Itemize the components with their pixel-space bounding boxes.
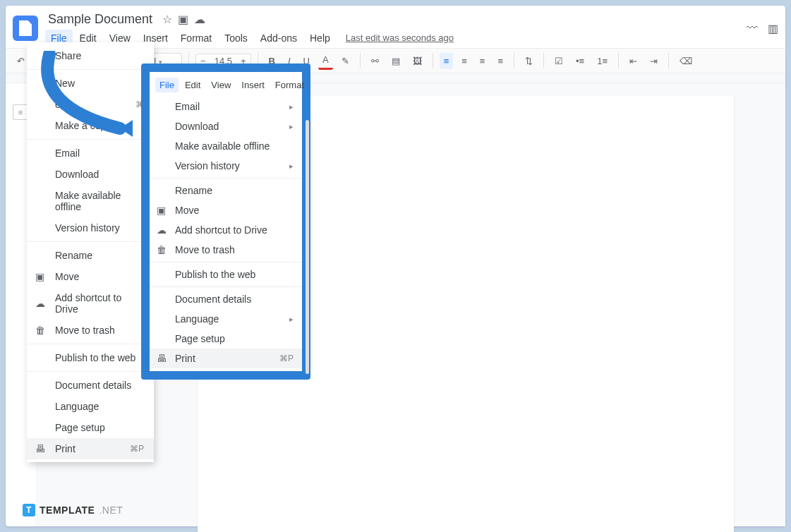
details-item[interactable]: Document details: [27, 375, 154, 396]
menu-format[interactable]: Format: [175, 30, 217, 47]
c-shortcut-item[interactable]: ☁Add shortcut to Drive: [150, 220, 302, 240]
image-button[interactable]: 🖼: [409, 53, 426, 69]
comment-button[interactable]: ▤: [387, 53, 404, 69]
c-email-item[interactable]: Email▸: [150, 97, 302, 116]
watermark-suffix: .NET: [99, 504, 123, 516]
line-spacing-button[interactable]: ⇅: [521, 53, 537, 69]
c-page-setup-item[interactable]: Page setup: [150, 329, 302, 349]
numbered-list-button[interactable]: 1≡: [593, 53, 612, 69]
clear-format-button[interactable]: ⌫: [675, 53, 696, 69]
cloud-icon[interactable]: ☁: [194, 13, 205, 26]
folder-icon: ▣: [35, 271, 44, 282]
print-icon: 🖶: [35, 443, 45, 454]
publish-item[interactable]: Publish to the web: [27, 347, 154, 368]
c-details-item[interactable]: Document details: [150, 289, 302, 309]
print-item[interactable]: 🖶Print⌘P: [27, 438, 154, 459]
separator: [618, 53, 619, 68]
make-copy-item[interactable]: Make a copy: [27, 115, 154, 136]
c-download-item[interactable]: Download▸: [150, 116, 302, 136]
menu-help[interactable]: Help: [304, 30, 336, 47]
align-center-button[interactable]: ≡: [457, 53, 471, 69]
separator: [433, 53, 433, 68]
indent-increase-button[interactable]: ⇥: [646, 53, 662, 69]
offline-item[interactable]: Make available offline: [27, 185, 154, 217]
align-right-button[interactable]: ≡: [476, 53, 490, 69]
page-setup-item[interactable]: Page setup: [27, 417, 154, 438]
separator: [543, 53, 544, 68]
move-item[interactable]: ▣Move: [27, 266, 154, 287]
folder-icon: ▣: [157, 205, 166, 216]
document-title[interactable]: Sample Document: [45, 11, 155, 28]
c-offline-item[interactable]: Make available offline: [150, 136, 302, 156]
new-item[interactable]: New: [27, 73, 154, 94]
docs-logo[interactable]: [13, 16, 38, 41]
c-language-item[interactable]: Language▸: [150, 309, 302, 329]
c-version-item[interactable]: Version history▸: [150, 156, 302, 176]
language-item[interactable]: Language: [27, 396, 154, 417]
trend-icon[interactable]: 〰: [747, 22, 758, 35]
align-left-button[interactable]: ≡: [440, 53, 454, 69]
text-color-button[interactable]: A: [318, 52, 333, 70]
print-icon: 🖶: [157, 353, 167, 364]
callout-box: File Edit View Insert Format Email▸ Down…: [141, 64, 310, 380]
highlight-button[interactable]: ✎: [337, 53, 354, 69]
header-right: 〰 ▥: [747, 22, 778, 35]
separator: [514, 53, 514, 68]
move-icon[interactable]: ▣: [178, 13, 188, 26]
indent-decrease-button[interactable]: ⇤: [625, 53, 641, 69]
c-print-item[interactable]: 🖶Print⌘P: [150, 349, 302, 368]
c-publish-item[interactable]: Publish to the web: [150, 265, 302, 284]
outline-toggle[interactable]: ≡: [13, 104, 28, 120]
callout-menubar: File Edit View Insert Format: [150, 75, 302, 97]
open-item[interactable]: en⌘: [27, 94, 154, 115]
separator: [668, 53, 669, 68]
c-move-item[interactable]: ▣Move: [150, 200, 302, 220]
shortcut-icon: ☁: [157, 224, 167, 236]
email-item[interactable]: Email: [27, 143, 154, 164]
callout-dropdown: Email▸ Download▸ Make available offline …: [150, 97, 302, 368]
download-item[interactable]: Download: [27, 164, 154, 185]
present-icon[interactable]: ▥: [768, 22, 778, 35]
file-menu-background: Share New en⌘ Make a copy Email Download…: [27, 42, 154, 462]
bullet-list-button[interactable]: •≡: [572, 53, 588, 69]
callout-menu-edit[interactable]: Edit: [181, 78, 205, 92]
shortcut-item[interactable]: ☁Add shortcut to Drive: [27, 287, 154, 320]
callout-menu-format[interactable]: Format: [271, 78, 308, 92]
c-rename-item[interactable]: Rename: [150, 181, 302, 200]
watermark: T TEMPLATE.NET: [23, 504, 123, 516]
checklist-button[interactable]: ☑: [550, 53, 567, 69]
dropdown-scrollbar[interactable]: [306, 120, 309, 374]
rename-item[interactable]: Rename: [27, 245, 154, 266]
last-edit-label[interactable]: Last edit was seconds ago: [346, 32, 454, 43]
separator: [360, 53, 361, 68]
trash-icon: 🗑: [35, 325, 45, 336]
c-trash-item[interactable]: 🗑Move to trash: [150, 240, 302, 260]
star-icon[interactable]: ☆: [162, 13, 172, 26]
watermark-icon: T: [23, 504, 35, 516]
menu-addons[interactable]: Add-ons: [255, 30, 303, 47]
trash-icon: 🗑: [157, 244, 167, 255]
shortcut-icon: ☁: [35, 298, 45, 309]
share-item[interactable]: Share: [27, 45, 154, 66]
trash-item[interactable]: 🗑Move to trash: [27, 320, 154, 341]
align-justify-button[interactable]: ≡: [493, 53, 507, 69]
watermark-brand: TEMPLATE: [40, 504, 95, 516]
version-item[interactable]: Version history: [27, 217, 154, 238]
callout-menu-view[interactable]: View: [207, 78, 235, 92]
callout-menu-insert[interactable]: Insert: [237, 78, 269, 92]
menu-tools[interactable]: Tools: [219, 30, 253, 47]
callout-menu-file[interactable]: File: [155, 78, 179, 92]
link-button[interactable]: ⚯: [367, 53, 383, 69]
header: Sample Document ☆ ▣ ☁ File Edit View Ins…: [6, 6, 785, 48]
